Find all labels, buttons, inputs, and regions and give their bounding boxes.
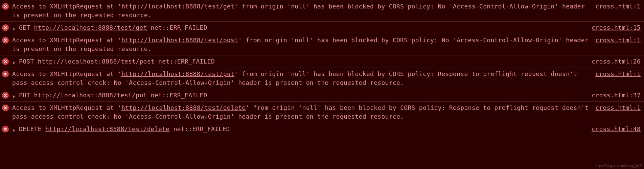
console-error-row[interactable]: PUT http://localhost:8888/test/put net::… xyxy=(0,89,644,101)
text: Access to XMLHttpRequest at ' xyxy=(12,70,121,77)
error-icon xyxy=(2,3,9,10)
error-icon xyxy=(2,104,9,111)
http-method: POST xyxy=(19,58,34,65)
error-icon xyxy=(2,24,9,31)
error-icon xyxy=(2,37,9,44)
source-link[interactable]: cross.html:37 xyxy=(592,91,641,100)
request-url[interactable]: http://localhost:8888/test/delete xyxy=(121,104,246,111)
console-error-row[interactable]: Access to XMLHttpRequest at 'http://loca… xyxy=(0,34,644,55)
text: net::ERR_FAILED xyxy=(170,125,230,132)
expand-icon[interactable] xyxy=(12,25,17,30)
request-url[interactable]: http://localhost:8888/test/delete xyxy=(45,125,170,132)
http-method: DELETE xyxy=(19,125,42,132)
error-message: GET http://localhost:8888/test/get net::… xyxy=(19,23,585,32)
console-error-row[interactable]: POST http://localhost:8888/test/post net… xyxy=(0,55,644,68)
console-error-row[interactable]: Access to XMLHttpRequest at 'http://loca… xyxy=(0,101,644,123)
source-link[interactable]: cross.html:1 xyxy=(595,2,641,11)
error-message: PUT http://localhost:8888/test/put net::… xyxy=(19,91,585,100)
error-icon xyxy=(2,126,9,132)
console-error-row[interactable]: Access to XMLHttpRequest at 'http://loca… xyxy=(0,68,644,89)
text: Access to XMLHttpRequest at ' xyxy=(12,104,121,111)
request-url[interactable]: http://localhost:8888/test/put xyxy=(121,70,234,77)
request-url[interactable]: http://localhost:8888/test/get xyxy=(121,3,234,10)
watermark: https://blog.csdn.net/soap_hzD xyxy=(596,164,642,168)
text: Access to XMLHttpRequest at ' xyxy=(12,37,121,44)
error-message: Access to XMLHttpRequest at 'http://loca… xyxy=(12,70,589,87)
error-message: Access to XMLHttpRequest at 'http://loca… xyxy=(12,2,589,20)
source-link[interactable]: cross.html:48 xyxy=(592,125,641,134)
console-error-row[interactable]: Access to XMLHttpRequest at 'http://loca… xyxy=(0,0,644,21)
error-message: Access to XMLHttpRequest at 'http://loca… xyxy=(12,36,589,53)
source-link[interactable]: cross.html:15 xyxy=(592,23,641,32)
expand-icon[interactable] xyxy=(12,93,17,98)
expand-icon[interactable] xyxy=(12,59,17,64)
error-icon xyxy=(2,92,9,99)
text: net::ERR_FAILED xyxy=(147,24,207,31)
source-link[interactable]: cross.html:1 xyxy=(595,103,641,112)
request-url[interactable]: http://localhost:8888/test/post xyxy=(121,37,238,44)
error-message: POST http://localhost:8888/test/post net… xyxy=(19,57,585,66)
source-link[interactable]: cross.html:1 xyxy=(595,70,641,78)
console-error-row[interactable]: GET http://localhost:8888/test/get net::… xyxy=(0,21,644,34)
source-link[interactable]: cross.html:26 xyxy=(592,57,641,66)
expand-icon[interactable] xyxy=(12,127,17,131)
console-panel: Access to XMLHttpRequest at 'http://loca… xyxy=(0,0,644,135)
request-url[interactable]: http://localhost:8888/test/get xyxy=(34,24,147,31)
error-message: Access to XMLHttpRequest at 'http://loca… xyxy=(12,103,589,121)
text: net::ERR_FAILED xyxy=(147,92,207,99)
console-error-row[interactable]: DELETE http://localhost:8888/test/delete… xyxy=(0,123,644,135)
error-icon xyxy=(2,58,9,65)
request-url[interactable]: http://localhost:8888/test/put xyxy=(34,92,147,99)
source-link[interactable]: cross.html:1 xyxy=(595,36,641,45)
text: net::ERR_FAILED xyxy=(155,58,215,65)
error-message: DELETE http://localhost:8888/test/delete… xyxy=(19,125,585,134)
request-url[interactable]: http://localhost:8888/test/post xyxy=(38,58,155,65)
http-method: GET xyxy=(19,24,30,31)
error-icon xyxy=(2,71,9,77)
text: Access to XMLHttpRequest at ' xyxy=(12,3,121,10)
http-method: PUT xyxy=(19,92,30,99)
